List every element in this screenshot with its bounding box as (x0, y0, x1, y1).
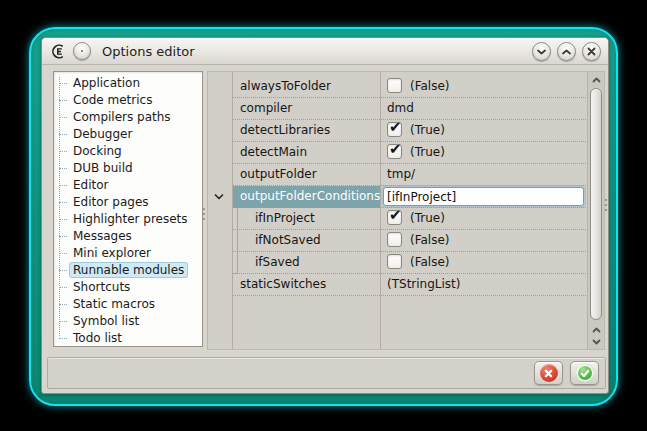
minimize-button[interactable] (532, 42, 551, 61)
property-value-input[interactable] (383, 187, 584, 206)
sidebar-item-label: Todo list (69, 330, 126, 346)
property-row[interactable]: ifNotSaved (False) (208, 230, 586, 252)
property-value[interactable]: ✔(True) (381, 142, 586, 164)
grid-vertical-scrollbar[interactable] (587, 72, 604, 349)
sidebar-item-label: Debugger (69, 126, 136, 142)
sidebar-item[interactable]: Messages (54, 228, 202, 245)
chevron-down-icon (536, 48, 547, 56)
property-value-label: (False) (410, 233, 450, 247)
window-outer-frame: Options editor ApplicationCode metricsCo… (29, 27, 618, 406)
property-name[interactable]: outputFolder (233, 164, 380, 186)
dot-icon (81, 50, 83, 52)
property-name[interactable]: compiler (233, 98, 380, 120)
sidebar-item[interactable]: Shortcuts (54, 279, 202, 296)
cancel-button[interactable] (534, 361, 563, 385)
sidebar-item-label: Highlighter presets (69, 211, 192, 227)
property-checkbox[interactable] (387, 78, 402, 93)
property-value-label: (True) (410, 211, 445, 225)
property-value[interactable]: (False) (381, 252, 586, 274)
sidebar-item-label: Compilers paths (69, 109, 175, 125)
sidebar-item-label: Application (69, 75, 144, 91)
chevron-up-icon (592, 77, 601, 83)
scroll-up-button-bottom[interactable] (590, 324, 603, 335)
property-name[interactable]: ifInProject (233, 208, 380, 230)
scroll-up-button[interactable] (590, 74, 603, 85)
sidebar-item-label: Shortcuts (69, 279, 134, 295)
property-name[interactable]: staticSwitches (233, 274, 380, 296)
property-name[interactable]: outputFolderConditions (233, 186, 380, 208)
accept-button[interactable] (570, 361, 599, 385)
property-name[interactable]: detectLibraries (233, 120, 380, 142)
checkmark-icon: ✔ (389, 205, 402, 226)
splitter-handle[interactable] (203, 208, 205, 210)
sidebar-item[interactable]: Debugger (54, 126, 202, 143)
property-checkbox[interactable]: ✔ (387, 122, 402, 137)
property-value-label: (True) (410, 145, 445, 159)
sidebar-item[interactable]: Static macros (54, 296, 202, 313)
property-name[interactable]: ifNotSaved (233, 230, 380, 252)
chevron-down-icon (592, 339, 601, 345)
expander-chevron-down-icon[interactable] (213, 193, 225, 201)
property-checkbox[interactable]: ✔ (387, 144, 402, 159)
sidebar-item[interactable]: Runnable modules (54, 262, 202, 279)
sidebar-item[interactable]: Code metrics (54, 92, 202, 109)
property-row[interactable]: outputFolder tmp/ (208, 164, 586, 186)
sidebar-item[interactable]: Docking (54, 143, 202, 160)
sidebar-item[interactable]: Compilers paths (54, 109, 202, 126)
sidebar-item-label: Runnable modules (69, 262, 188, 278)
property-checkbox[interactable]: ✔ (387, 210, 402, 225)
sidebar-item-label: Static macros (69, 296, 159, 312)
property-name[interactable]: detectMain (233, 142, 380, 164)
property-grid: alwaysToFolder (False) compiler dmd dete… (207, 71, 605, 350)
sidebar-item[interactable]: Symbol list (54, 313, 202, 330)
sidebar-item[interactable]: Highlighter presets (54, 211, 202, 228)
window-title: Options editor (102, 38, 195, 65)
x-circle-red-icon (540, 364, 558, 382)
property-value-label: (False) (410, 255, 450, 269)
sidebar-item-label: DUB build (69, 160, 137, 176)
x-icon (587, 47, 596, 56)
titlebar[interactable]: Options editor (42, 38, 608, 65)
property-value[interactable]: (False) (381, 76, 586, 98)
window-menu-button[interactable] (73, 42, 91, 60)
sidebar-item-label: Mini explorer (69, 245, 155, 261)
property-value[interactable]: (TStringList) (381, 274, 586, 296)
property-value[interactable]: ✔(True) (381, 120, 586, 142)
property-value[interactable]: dmd (381, 98, 586, 120)
property-row[interactable]: ifSaved (False) (208, 252, 586, 274)
property-value[interactable]: tmp/ (381, 164, 586, 186)
property-row[interactable]: staticSwitches (TStringList) (208, 274, 586, 296)
window-resize-grip[interactable] (605, 199, 607, 201)
desktop-background: Options editor ApplicationCode metricsCo… (0, 0, 647, 431)
sidebar-item[interactable]: Todo list (54, 330, 202, 347)
chevron-up-icon (592, 327, 601, 333)
close-button[interactable] (582, 42, 601, 61)
chevron-up-icon (561, 48, 572, 56)
property-name[interactable]: alwaysToFolder (233, 76, 380, 98)
sidebar-item-label: Editor (69, 177, 113, 193)
maximize-button[interactable] (557, 42, 576, 61)
sidebar-item[interactable]: Application (54, 75, 202, 92)
footer-bar (47, 357, 606, 389)
property-value[interactable]: (False) (381, 230, 586, 252)
sidebar-item[interactable]: Editor pages (54, 194, 202, 211)
scroll-down-button[interactable] (590, 336, 603, 347)
scrollbar-thumb[interactable] (590, 88, 602, 320)
property-name[interactable]: ifSaved (233, 252, 380, 274)
sidebar-item[interactable]: Editor (54, 177, 202, 194)
property-value-label: (True) (410, 123, 445, 137)
sidebar-item-label: Docking (69, 143, 126, 159)
categories-list: ApplicationCode metricsCompilers pathsDe… (53, 71, 203, 347)
property-value[interactable]: ✔(True) (381, 208, 586, 230)
property-value-label: (False) (410, 79, 450, 93)
property-row[interactable]: detectMain ✔(True) (208, 142, 586, 164)
property-checkbox[interactable] (387, 232, 402, 247)
property-row[interactable]: alwaysToFolder (False) (208, 76, 586, 98)
property-row[interactable]: ifInProject ✔(True) (208, 208, 586, 230)
property-value[interactable] (381, 186, 586, 208)
property-checkbox[interactable] (387, 254, 402, 269)
sidebar-item[interactable]: DUB build (54, 160, 202, 177)
check-circle-green-icon (576, 364, 594, 382)
checkmark-icon: ✔ (389, 139, 402, 160)
sidebar-item[interactable]: Mini explorer (54, 245, 202, 262)
